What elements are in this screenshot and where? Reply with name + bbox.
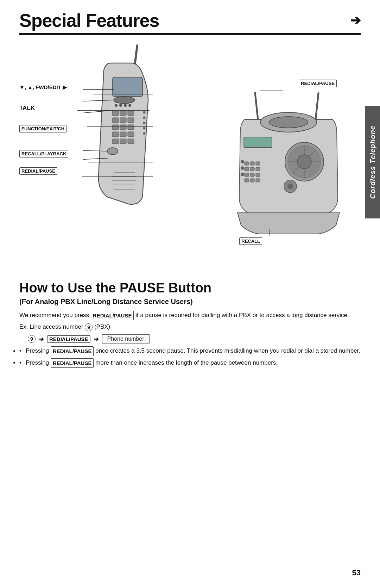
svg-rect-53 (245, 162, 249, 165)
section-title: How to Use the PAUSE Button (19, 281, 361, 296)
main-content: ▼, ▲, FWD/EDIT ▶ TALK FUNCTION/EXIT/CH R… (0, 42, 380, 368)
svg-point-50 (241, 160, 244, 163)
body2-cont: (PBX) (94, 323, 110, 330)
page-title: Special Features (19, 10, 159, 31)
label-function-exit-ch: FUNCTION/EXIT/CH (19, 125, 68, 132)
body2-text: Ex. Line access number (19, 323, 83, 330)
label-down-up-fwd: ▼, ▲, FWD/EDIT ▶ (19, 84, 68, 91)
svg-point-21 (114, 97, 135, 104)
svg-line-39 (316, 93, 318, 119)
dial-key-9: 9 (28, 335, 36, 343)
svg-rect-12 (112, 125, 119, 130)
redial-pause-key-inline: REDIAL/PAUSE (91, 311, 134, 320)
phone-number-box: Phone number (102, 334, 150, 343)
svg-rect-9 (112, 118, 119, 123)
diagram-area: ▼, ▲, FWD/EDIT ▶ TALK FUNCTION/EXIT/CH R… (19, 42, 361, 274)
recall-playback-label: RECALL/PLAYBACK (19, 150, 68, 157)
svg-rect-49 (244, 137, 272, 148)
svg-rect-8 (128, 111, 134, 116)
svg-point-51 (241, 166, 244, 170)
bullet1-key: REDIAL/PAUSE (51, 346, 94, 356)
svg-point-5 (128, 104, 131, 107)
side-tab: Cordless Telephone (365, 106, 380, 218)
svg-rect-19 (120, 139, 126, 144)
svg-rect-17 (128, 132, 134, 137)
svg-point-26 (143, 132, 146, 135)
redial-pause-base-label: REDIAL/PAUSE (299, 80, 337, 87)
talk-label: TALK (19, 105, 35, 112)
bullet-item-1: Pressing REDIAL/PAUSE once creates a 3.5… (19, 346, 361, 356)
recall-base-label-container: RECALL (239, 238, 262, 244)
connector-recall-playback (88, 162, 153, 162)
svg-rect-15 (112, 132, 119, 137)
connector-redial-handset (82, 176, 153, 177)
svg-rect-14 (128, 125, 134, 130)
svg-rect-11 (128, 118, 134, 123)
bullet2-end: more than once increases the length of t… (95, 359, 278, 366)
connector-redial-base (260, 91, 283, 91)
pause-section: How to Use the PAUSE Button (For Analog … (19, 281, 361, 368)
svg-rect-58 (256, 167, 260, 171)
svg-rect-56 (245, 167, 249, 171)
svg-rect-54 (250, 162, 254, 165)
page-number: 53 (352, 568, 361, 577)
arrow-symbol-2: ➔ (94, 336, 99, 342)
label-talk: TALK (19, 105, 68, 112)
redial-pause-base-label-container: REDIAL/PAUSE (299, 80, 337, 86)
svg-point-48 (297, 155, 311, 169)
bullet-list: Pressing REDIAL/PAUSE once creates a 3.5… (19, 346, 361, 368)
svg-point-4 (124, 104, 127, 107)
svg-point-41 (269, 117, 308, 128)
svg-rect-16 (120, 132, 126, 137)
bullet1-end: once creates a 3.5 second pause. This pr… (95, 348, 360, 354)
down-up-fwd-label: ▼, ▲, FWD/EDIT ▶ (19, 84, 67, 91)
dial-sequence-example: 9 ➔ REDIAL/PAUSE ➔ Phone number (28, 334, 361, 343)
header-divider (19, 33, 361, 35)
svg-rect-60 (250, 173, 254, 177)
title-row: Special Features ➔ (19, 10, 361, 31)
body1-cont: if a pause is required for dialling with… (135, 312, 349, 318)
svg-rect-64 (256, 179, 260, 182)
svg-rect-18 (112, 139, 119, 144)
svg-point-22 (143, 111, 146, 114)
svg-rect-62 (245, 179, 249, 182)
svg-rect-63 (250, 179, 254, 182)
body-paragraph-2: Ex. Line access number 9 (PBX) (19, 322, 361, 332)
bullet2-start: Pressing (26, 359, 51, 366)
svg-point-23 (143, 117, 146, 119)
arrow-symbol-1: ➔ (39, 336, 44, 342)
next-arrow-icon: ➔ (350, 13, 361, 28)
section-subtitle: (For Analog PBX Line/Long Distance Servi… (19, 298, 361, 306)
num9-circle-key: 9 (85, 323, 93, 331)
svg-point-27 (107, 148, 118, 155)
page-header: Special Features ➔ (0, 0, 380, 35)
label-recall-playback: RECALL/PLAYBACK (19, 150, 68, 157)
svg-rect-20 (128, 139, 134, 144)
bullet-item-2: Pressing REDIAL/PAUSE more than once inc… (19, 358, 361, 368)
body-paragraph-1: We recommend you press REDIAL/PAUSE if a… (19, 311, 361, 320)
svg-point-66 (287, 184, 293, 189)
handset-labels: ▼, ▲, FWD/EDIT ▶ TALK FUNCTION/EXIT/CH R… (19, 84, 68, 181)
dial-key-redial: REDIAL/PAUSE (47, 335, 90, 343)
svg-rect-13 (120, 125, 126, 130)
svg-rect-6 (112, 111, 119, 116)
svg-point-52 (241, 173, 244, 176)
svg-point-24 (143, 122, 146, 124)
svg-point-2 (115, 104, 118, 107)
bullet1-start: Pressing (26, 348, 51, 354)
svg-rect-10 (120, 118, 126, 123)
body1-text: We recommend you press (19, 312, 89, 318)
recall-base-label: RECALL (239, 237, 262, 245)
svg-rect-59 (245, 173, 249, 177)
handset-diagram (83, 42, 167, 246)
redial-pause-handset-label: REDIAL/PAUSE (19, 167, 57, 175)
svg-rect-7 (120, 111, 126, 116)
svg-point-25 (143, 127, 146, 130)
connector-fwd (93, 94, 153, 94)
label-redial-pause-handset: REDIAL/PAUSE (19, 167, 68, 175)
svg-line-38 (255, 93, 258, 119)
connector-recall-vertical (252, 235, 253, 241)
base-station-diagram (234, 91, 343, 239)
svg-point-3 (119, 104, 122, 107)
function-exit-ch-label: FUNCTION/EXIT/CH (19, 125, 66, 132)
